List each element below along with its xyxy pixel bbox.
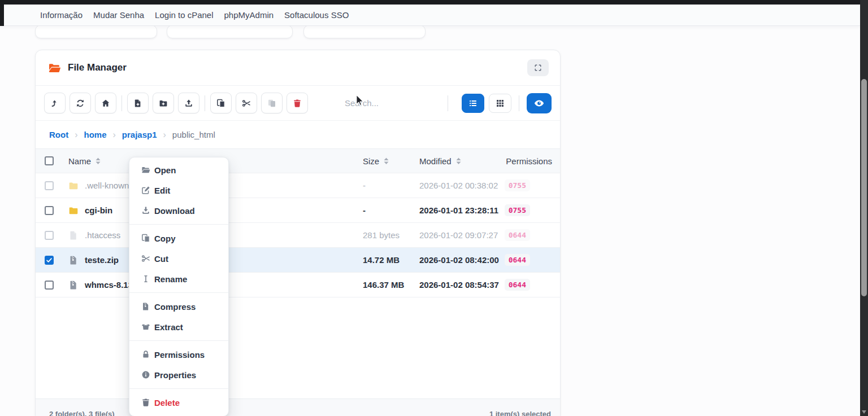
file-modified: 2026-01-02 00:38:02 [419,181,508,190]
lock-icon [141,350,150,359]
top-navigation: Informação Mudar Senha Login to cPanel p… [0,5,860,26]
table-row[interactable]: whmcs-8.13. 146.37 MB 2026-01-02 08:54:3… [36,273,560,297]
file-name: teste.zip [85,255,119,265]
permissions-badge: 0644 [505,254,530,266]
breadcrumb-separator: › [163,130,166,140]
context-menu-delete[interactable]: Delete [129,392,228,413]
nav-item-login-cpanel[interactable]: Login to cPanel [155,10,213,20]
new-file-button[interactable] [127,93,149,113]
context-menu: Open Edit Download Copy Cut Rename Compr… [129,157,229,416]
breadcrumb-separator: › [113,130,116,140]
folder-open-icon [141,165,150,174]
breadcrumb-current: public_html [172,130,215,139]
file-size: 14.72 MB [363,255,419,265]
row-checkbox[interactable] [45,181,54,190]
context-menu-properties[interactable]: Properties [129,365,228,385]
file-name: whmcs-8.13. [85,280,135,290]
scrollbar-track[interactable] [860,0,868,416]
download-icon [141,206,150,215]
select-all-checkbox[interactable] [45,156,54,165]
nav-item-mudar-senha[interactable]: Mudar Senha [93,10,144,20]
scrollbar-down-arrow[interactable] [862,410,866,414]
file-name: cgi-bin [85,205,112,215]
text-cursor-icon [141,274,150,283]
table-row[interactable]: .well-known - 2026-01-02 00:38:02 0755 [36,173,560,198]
permissions-badge: 0755 [505,204,530,216]
expand-button[interactable] [527,59,549,76]
grid-view-button[interactable] [489,94,511,113]
up-level-button[interactable] [44,93,66,113]
context-menu-compress[interactable]: Compress [129,296,228,317]
refresh-button[interactable] [70,93,91,113]
breadcrumb-prajasp1[interactable]: prajasp1 [122,130,157,139]
nav-item-softaculous-sso[interactable]: Softaculous SSO [284,10,349,20]
breadcrumb-root[interactable]: Root [49,130,68,139]
context-menu-download[interactable]: Download [129,200,228,221]
table-header-row: Name Size Modified Permissions [36,148,560,173]
breadcrumb-home[interactable]: home [84,130,106,139]
file-size: 281 bytes [363,230,419,240]
refresh-icon [76,99,85,108]
new-folder-button[interactable] [153,93,174,113]
scrollbar-thumb[interactable] [861,79,867,296]
search-input[interactable] [345,98,435,108]
row-checkbox[interactable] [45,231,54,240]
copy-icon [141,234,150,243]
status-bar: 2 folder(s), 3 file(s) 1 item(s) selecte… [36,399,560,416]
pen-square-icon [141,186,150,195]
context-menu-edit[interactable]: Edit [129,180,228,200]
table-row[interactable]: .htaccess 281 bytes 2026-01-02 09:07:27 … [36,223,560,248]
sort-icon [384,157,389,165]
panel-header: File Manager [36,50,560,86]
cut-button[interactable] [236,93,257,113]
toolbar [36,86,560,120]
copy-button[interactable] [210,93,232,113]
context-menu-permissions[interactable]: Permissions [129,344,228,365]
context-menu-cut[interactable]: Cut [129,248,228,269]
file-plus-icon [133,99,142,108]
file-size: - [363,205,419,215]
column-header-size[interactable]: Size [363,156,419,166]
context-menu-extract[interactable]: Extract [129,317,228,337]
sort-icon [456,157,461,165]
file-zipper-icon [141,302,150,311]
file-table: Name Size Modified Permissions .well-kno… [36,148,560,297]
expand-icon [534,64,542,72]
breadcrumb: Root › home › prajasp1 › public_html [36,120,560,148]
list-view-button[interactable] [462,94,484,113]
nav-item-informacao[interactable]: Informação [40,10,83,20]
file-size: 146.37 MB [363,280,419,290]
menu-divider [129,224,228,225]
page-title: File Manager [68,62,127,73]
home-button[interactable] [95,93,116,113]
scissors-icon [242,99,251,108]
toolbar-divider [205,95,205,111]
context-menu-rename[interactable]: Rename [129,269,228,289]
paste-button[interactable] [261,93,283,113]
folder-plus-icon [159,99,168,108]
nav-item-phpmyadmin[interactable]: phpMyAdmin [224,10,274,20]
delete-button[interactable] [287,93,308,113]
table-row-selected[interactable]: teste.zip 14.72 MB 2026-01-02 08:42:00 0… [36,248,560,273]
breadcrumb-separator: › [75,130,77,140]
permissions-badge: 0644 [505,279,530,291]
upload-icon [184,99,193,108]
row-checkbox[interactable] [45,206,54,215]
browser-chrome-bar [0,0,868,5]
copy-icon [216,99,225,108]
eye-icon [534,98,544,108]
preview-toggle-button[interactable] [527,93,552,113]
upload-button[interactable] [178,93,199,113]
row-checkbox[interactable] [45,281,54,290]
file-manager-panel: File Manager Root › home › prajasp1 › [35,50,561,416]
folder-open-icon [48,62,61,75]
row-checkbox-checked[interactable] [45,256,54,265]
context-menu-open[interactable]: Open [129,160,228,180]
grid-view-icon [496,99,505,108]
context-menu-copy[interactable]: Copy [129,228,228,248]
table-row[interactable]: cgi-bin - 2026-01-01 23:28:11 0755 [36,198,560,223]
home-icon [101,99,110,108]
column-header-modified[interactable]: Modified [419,156,508,166]
sort-icon [96,157,101,165]
arrow-turn-up-icon [50,99,59,108]
